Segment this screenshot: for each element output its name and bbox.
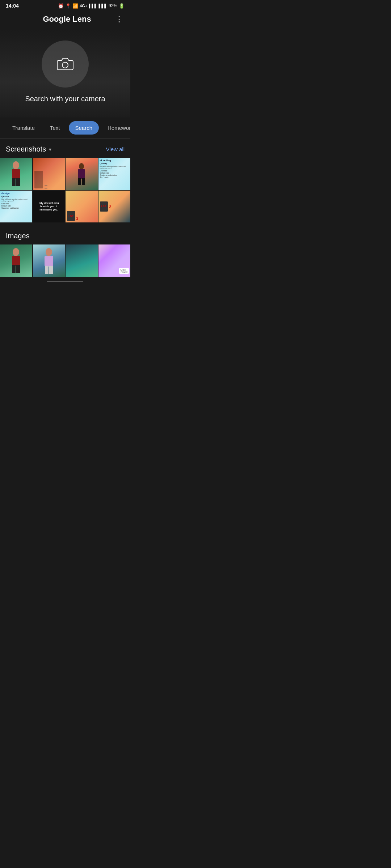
camera-button[interactable] xyxy=(42,41,89,88)
image-thumb-2[interactable] xyxy=(33,244,65,277)
images-title: Images xyxy=(6,232,30,240)
svg-point-0 xyxy=(62,62,68,68)
camera-section: Search with your camera xyxy=(0,30,130,118)
screenshot-thumb-8[interactable]: LSE 3 xyxy=(98,191,131,223)
svg-rect-6 xyxy=(78,169,85,179)
screenshot-thumb-3[interactable] xyxy=(66,158,98,190)
app-title-bold: Lens xyxy=(72,14,91,24)
screenshots-title: Screenshots xyxy=(6,145,46,153)
chevron-down-icon: ▾ xyxy=(49,146,51,152)
svg-rect-8 xyxy=(82,178,85,185)
app-title: Google Lens xyxy=(19,14,115,24)
wifi-icon: 📶 xyxy=(72,3,78,9)
color-label: Lilac #c8a2c8 xyxy=(119,268,129,274)
svg-rect-14 xyxy=(45,256,53,267)
svg-rect-10 xyxy=(12,256,20,266)
app-header: Google Lens ⋮ xyxy=(0,11,130,30)
images-grid: Lilac #c8a2c8 xyxy=(0,244,130,278)
woman-silhouette-1 xyxy=(7,248,25,277)
tab-text[interactable]: Text xyxy=(43,121,67,135)
woman-silhouette-2 xyxy=(40,248,58,277)
more-options-button[interactable]: ⋮ xyxy=(115,14,123,24)
screenshots-section: Screenshots ▾ View all xyxy=(0,139,130,224)
svg-point-1 xyxy=(13,161,19,169)
tab-search[interactable]: Search xyxy=(69,121,99,135)
network-label: 4G+ xyxy=(80,4,87,8)
screenshots-grid: et setting Quality How will I make sure … xyxy=(0,158,130,224)
screenshot-thumb-4[interactable]: et setting Quality How will I make sure … xyxy=(98,158,131,190)
person-silhouette xyxy=(7,161,25,190)
svg-rect-15 xyxy=(45,266,49,274)
image-thumb-1[interactable] xyxy=(0,244,32,277)
screenshot-thumb-1[interactable] xyxy=(0,158,32,190)
quote-text: erty doesn't actu humble you. It humilia… xyxy=(34,201,64,211)
screenshot-thumb-7[interactable]: LSE 3 xyxy=(66,191,98,223)
images-title-row: Images xyxy=(6,232,30,240)
svg-rect-4 xyxy=(16,178,20,186)
camera-label: Search with your camera xyxy=(25,95,105,103)
location-icon: 📍 xyxy=(65,3,71,9)
bottom-indicator xyxy=(47,281,83,282)
svg-point-5 xyxy=(79,163,84,170)
image-thumb-3[interactable] xyxy=(66,244,98,277)
battery-icon: 🔋 xyxy=(119,3,125,9)
status-right: ⏰ 📍 📶 4G+ ▌▌▌ ▌▌▌ 92% 🔋 xyxy=(58,3,125,9)
tab-homework[interactable]: Homework xyxy=(101,121,130,135)
man-silhouette xyxy=(74,163,89,190)
svg-rect-7 xyxy=(78,178,81,185)
battery-label: 92% xyxy=(109,3,117,8)
tabs-bar: Translate Text Search Homework Shopping xyxy=(0,118,130,139)
screenshot-thumb-5[interactable]: design Quality How will I make sure that… xyxy=(0,191,32,223)
status-time: 14:04 xyxy=(6,3,19,9)
bottom-nav-bar xyxy=(0,278,130,285)
images-section: Images xyxy=(0,224,130,278)
images-header: Images xyxy=(0,225,130,244)
tab-translate[interactable]: Translate xyxy=(6,121,41,135)
svg-rect-12 xyxy=(16,265,20,273)
svg-point-9 xyxy=(13,248,19,256)
screenshots-header: Screenshots ▾ View all xyxy=(0,139,130,158)
image-thumb-4[interactable]: Lilac #c8a2c8 xyxy=(98,244,131,277)
svg-rect-16 xyxy=(49,266,53,274)
view-all-button[interactable]: View all xyxy=(106,146,125,152)
svg-rect-3 xyxy=(12,178,16,186)
svg-point-13 xyxy=(46,248,52,256)
app-title-regular: Google xyxy=(43,14,72,24)
status-bar: 14:04 ⏰ 📍 📶 4G+ ▌▌▌ ▌▌▌ 92% 🔋 xyxy=(0,0,130,11)
svg-rect-2 xyxy=(12,169,20,179)
screenshots-title-row[interactable]: Screenshots ▾ xyxy=(6,145,51,153)
screenshot-thumb-6[interactable]: erty doesn't actu humble you. It humilia… xyxy=(33,191,65,223)
screenshot-thumb-2[interactable] xyxy=(33,158,65,190)
signal-icon2: ▌▌▌ xyxy=(99,4,107,8)
alarm-icon: ⏰ xyxy=(58,3,64,9)
signal-icon: ▌▌▌ xyxy=(89,4,97,8)
camera-icon xyxy=(56,55,75,73)
svg-rect-11 xyxy=(12,265,16,273)
